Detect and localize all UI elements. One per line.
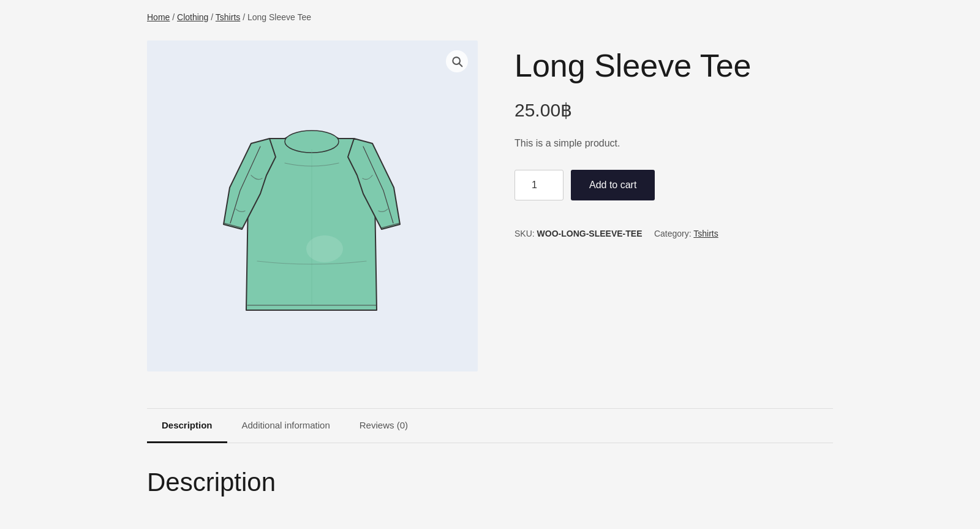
- product-image: [196, 77, 429, 335]
- tabs-nav: Description Additional information Revie…: [147, 409, 833, 443]
- breadcrumb: Home / Clothing / Tshirts / Long Sleeve …: [147, 12, 833, 22]
- add-to-cart-button[interactable]: Add to cart: [571, 170, 655, 200]
- product-details: Long Sleeve Tee 25.00฿ This is a simple …: [514, 40, 833, 371]
- zoom-icon[interactable]: [446, 50, 468, 72]
- breadcrumb-current: Long Sleeve Tee: [247, 12, 311, 22]
- product-sku: SKU: WOO-LONG-SLEEVE-TEE Category: Tshir…: [514, 225, 833, 242]
- sku-label: SKU:: [514, 229, 535, 238]
- breadcrumb-home[interactable]: Home: [147, 12, 170, 22]
- tabs-section: Description Additional information Revie…: [147, 408, 833, 522]
- product-description: This is a simple product.: [514, 135, 833, 151]
- breadcrumb-tshirts[interactable]: Tshirts: [216, 12, 240, 22]
- product-image-container: [147, 40, 478, 371]
- category-label: Category:: [654, 229, 692, 238]
- category-value[interactable]: Tshirts: [693, 229, 718, 238]
- sku-value: WOO-LONG-SLEEVE-TEE: [537, 229, 643, 238]
- product-price: 25.00฿: [514, 99, 833, 121]
- product-section: Long Sleeve Tee 25.00฿ This is a simple …: [147, 40, 833, 371]
- breadcrumb-clothing[interactable]: Clothing: [177, 12, 208, 22]
- tab-content: Description: [147, 443, 833, 522]
- tab-additional-information[interactable]: Additional information: [227, 409, 345, 443]
- tab-content-title: Description: [147, 468, 833, 497]
- product-title: Long Sleeve Tee: [514, 47, 833, 85]
- svg-point-3: [306, 235, 343, 262]
- tab-description[interactable]: Description: [147, 409, 227, 443]
- product-meta: SKU: WOO-LONG-SLEEVE-TEE Category: Tshir…: [514, 225, 833, 242]
- svg-line-1: [459, 64, 462, 67]
- quantity-input[interactable]: [514, 170, 564, 200]
- add-to-cart-row: Add to cart: [514, 170, 833, 200]
- tab-reviews[interactable]: Reviews (0): [345, 409, 423, 443]
